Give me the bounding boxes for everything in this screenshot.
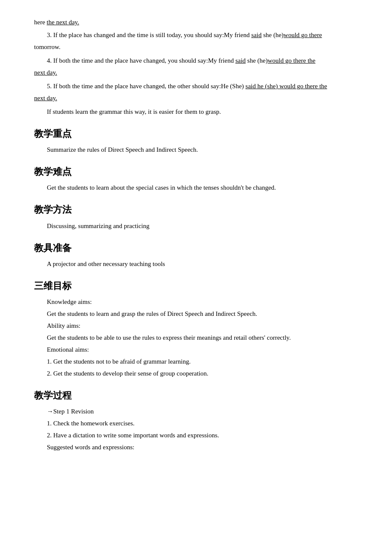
jiaoju-zhunbei-section: 教具准备A projector and other necessary teac…	[34, 240, 358, 269]
sections-container: 教学重点Summarize the rules of Direct Speech…	[34, 126, 358, 269]
para3: 3. If the place has changed and the time…	[34, 30, 358, 40]
para3-said: said	[251, 32, 262, 38]
jiaoxue-nandian-section: 教学难点Get the students to learn about the …	[34, 164, 358, 193]
emotional-label: Emotional aims:	[47, 344, 358, 355]
para5-cont-underline: next day.	[34, 95, 57, 101]
sanwei-body: Knowledge aims: Get the students to lear…	[47, 297, 358, 379]
jiaoju-zhunbei-body: A projector and other necessary teaching…	[47, 259, 358, 269]
para3-mid: she (he)	[262, 32, 284, 38]
para4-said: said	[235, 57, 245, 64]
jiaoxue-zhongdian-heading: 教学重点	[34, 126, 358, 141]
ability-label: Ability aims:	[47, 321, 358, 331]
jiaoxue-zhongdian-text: Summarize the rules of Direct Speech and…	[47, 145, 358, 155]
jiaoxue-nandian-body: Get the students to learn about the spec…	[47, 182, 358, 193]
sanwei-section: 三维目标 Knowledge aims: Get the students to…	[34, 278, 358, 379]
para4: 4. If both the time and the place have c…	[34, 55, 358, 66]
para4-mid: she (he)	[246, 57, 268, 64]
intro-text: here	[34, 19, 47, 26]
para5-underline: said he (she) would go there the	[245, 83, 327, 90]
para5: 5. If both the time and the place have c…	[34, 81, 358, 91]
para4-cont-underline: next day.	[34, 69, 57, 76]
para5-start: 5. If both the time and the place have c…	[47, 83, 245, 90]
step1-item1: 1. Check the homework exercises.	[47, 418, 358, 428]
intro-underline: the next day.	[47, 19, 79, 26]
jiaoxue-guocheng-heading: 教学过程	[34, 388, 358, 403]
jiaoxue-fangfa-body: Discussing, summarizing and practicing	[47, 221, 358, 231]
step1-label: →Step 1 Revision	[47, 406, 358, 416]
intro-line: here the next day.	[34, 17, 358, 27]
para3-underline: would go there	[284, 32, 322, 38]
closing-sentence: If students learn the grammar this way, …	[34, 107, 358, 117]
step1-item3: Suggested words and expressions:	[47, 442, 358, 452]
para4-underline: would go there the	[268, 57, 315, 64]
sanwei-heading: 三维目标	[34, 278, 358, 293]
step1-item2: 2. Have a dictation to write some import…	[47, 430, 358, 440]
knowledge-label: Knowledge aims:	[47, 297, 358, 307]
jiaoxue-fangfa-heading: 教学方法	[34, 202, 358, 217]
jiaoxue-zhongdian-section: 教学重点Summarize the rules of Direct Speech…	[34, 126, 358, 155]
jiaoju-zhunbei-text: A projector and other necessary teaching…	[47, 259, 358, 269]
jiaoxue-zhongdian-body: Summarize the rules of Direct Speech and…	[47, 145, 358, 155]
jiaoxue-guocheng-section: 教学过程 →Step 1 Revision 1. Check the homew…	[34, 388, 358, 452]
jiaoxue-nandian-text: Get the students to learn about the spec…	[47, 182, 358, 193]
jiaoxue-fangfa-text: Discussing, summarizing and practicing	[47, 221, 358, 231]
jiaoju-zhunbei-heading: 教具准备	[34, 240, 358, 255]
para3-cont: tomorrow.	[34, 42, 358, 52]
para5-cont: next day.	[34, 93, 358, 103]
emotional-point1: 1. Get the students not to be afraid of …	[47, 356, 358, 367]
para3-start: 3. If the place has changed and the time…	[47, 32, 251, 38]
para4-cont: next day.	[34, 67, 358, 78]
knowledge-body: Get the students to learn and grasp the …	[47, 309, 358, 319]
para4-start: 4. If both the time and the place have c…	[47, 57, 235, 64]
jiaoxue-fangfa-section: 教学方法Discussing, summarizing and practici…	[34, 202, 358, 231]
emotional-point2: 2. Get the students to develop their sen…	[47, 368, 358, 379]
ability-body: Get the students to be able to use the r…	[47, 332, 358, 343]
jiaoxue-nandian-heading: 教学难点	[34, 164, 358, 179]
jiaoxue-guocheng-body: →Step 1 Revision 1. Check the homework e…	[47, 406, 358, 452]
